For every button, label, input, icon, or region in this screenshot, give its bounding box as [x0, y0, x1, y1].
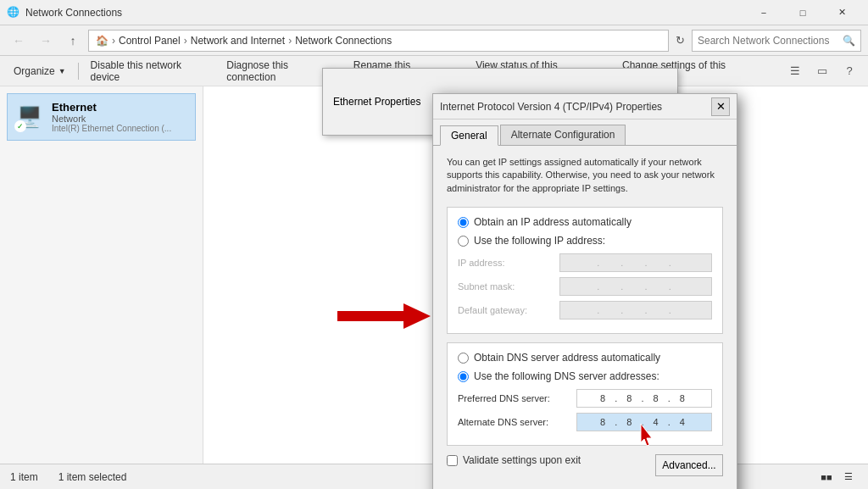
dialog-title-bar: Internet Protocol Version 4 (TCP/IPv4) P…: [433, 94, 737, 119]
default-gateway-row: Default gateway: . . . .: [458, 301, 712, 320]
tcpip-properties-dialog: Internet Protocol Version 4 (TCP/IPv4) P…: [432, 93, 737, 489]
tab-general[interactable]: General: [440, 125, 498, 146]
view-mode-buttons: ■■ ☰: [817, 468, 858, 486]
default-gateway-label: Default gateway:: [458, 305, 559, 315]
auto-ip-radio-row: Obtain an IP address automatically: [458, 216, 712, 228]
path-icon: 🏠: [96, 35, 108, 47]
dns-section: Obtain DNS server address automatically …: [447, 342, 723, 446]
address-path[interactable]: 🏠 › Control Panel › Network and Internet…: [88, 30, 669, 52]
connection-description: Intel(R) Ethernet Connection (...: [52, 124, 188, 133]
ok-cursor-arrow: [637, 424, 658, 452]
search-box[interactable]: 🔍: [692, 30, 861, 52]
auto-dns-label: Obtain DNS server address automatically: [474, 352, 660, 364]
list-view-button[interactable]: ☰: [839, 468, 858, 486]
window-title: Network Connections: [25, 7, 744, 19]
manual-ip-label: Use the following IP address:: [474, 235, 605, 247]
forward-button[interactable]: →: [34, 29, 58, 53]
manual-ip-radio-row: Use the following IP address:: [458, 235, 712, 247]
preferred-dns-row: Preferred DNS server: 8 . 8 . 8 . 8: [458, 389, 712, 408]
preferred-dns-label: Preferred DNS server:: [458, 393, 576, 403]
validate-label: Validate settings upon exit: [463, 454, 581, 466]
view-options-button[interactable]: ☰: [783, 59, 807, 83]
subnet-mask-label: Subnet mask:: [458, 281, 559, 292]
validate-row: Validate settings upon exit: [447, 454, 581, 466]
large-icons-button[interactable]: ■■: [817, 468, 836, 486]
disable-button[interactable]: Disable this network device: [84, 59, 219, 83]
preferred-dns-input[interactable]: 8 . 8 . 8 . 8: [576, 389, 712, 408]
toolbar-right: ☰ ▭ ?: [783, 59, 861, 83]
check-badge: ✓: [14, 120, 26, 132]
alternate-dns-row: Alternate DNS server: 8 . 8 . 4 . 4: [458, 413, 712, 431]
item-count: 1 item: [10, 471, 38, 483]
toolbar-separator-1: [78, 63, 79, 80]
advanced-button[interactable]: Advanced...: [655, 454, 723, 476]
subnet-mask-row: Subnet mask: . . . .: [458, 277, 712, 296]
tab-alternate-configuration[interactable]: Alternate Configuration: [500, 125, 626, 145]
manual-dns-radio[interactable]: [458, 371, 469, 382]
subnet-mask-input[interactable]: . . . .: [559, 277, 712, 296]
path-network-connections: Network Connections: [295, 35, 392, 47]
refresh-button[interactable]: ↻: [672, 32, 688, 48]
manual-dns-label: Use the following DNS server addresses:: [474, 370, 659, 382]
svg-marker-0: [337, 303, 431, 329]
item-selected: 1 item selected: [58, 471, 127, 483]
connection-name: Ethernet: [52, 101, 188, 114]
help-button[interactable]: ?: [837, 59, 861, 83]
auto-ip-radio[interactable]: [458, 217, 469, 228]
connection-type: Network: [52, 114, 188, 124]
ip-section: Obtain an IP address automatically Use t…: [447, 207, 723, 334]
alternate-dns-label: Alternate DNS server:: [458, 417, 576, 427]
ip-address-row: IP address: . . . .: [458, 253, 712, 272]
pane-button[interactable]: ▭: [810, 59, 834, 83]
connection-info: Ethernet Network Intel(R) Ethernet Conne…: [52, 101, 188, 133]
ip-address-label: IP address:: [458, 258, 559, 268]
window-icon: 🌐: [7, 6, 20, 19]
search-icon: 🔍: [843, 35, 855, 47]
close-button[interactable]: ✕: [822, 0, 861, 25]
search-input[interactable]: [698, 35, 843, 47]
dialog-body: You can get IP settings assigned automat…: [433, 146, 737, 489]
ethernet-connection-item[interactable]: 🖥️ ✓ Ethernet Network Intel(R) Ethernet …: [7, 93, 196, 141]
up-button[interactable]: ↑: [61, 29, 85, 53]
organize-button[interactable]: Organize ▼: [7, 59, 73, 83]
auto-dns-radio-row: Obtain DNS server address automatically: [458, 352, 712, 364]
default-gateway-input[interactable]: . . . .: [559, 301, 712, 320]
bg-dialog-title: Ethernet Properties: [333, 96, 420, 108]
minimize-button[interactable]: −: [744, 0, 783, 25]
title-bar: 🌐 Network Connections − □ ✕: [0, 0, 868, 25]
manual-dns-radio-row: Use the following DNS server addresses:: [458, 370, 712, 382]
nav-panel: 🖥️ ✓ Ethernet Network Intel(R) Ethernet …: [0, 86, 203, 464]
manual-ip-radio[interactable]: [458, 236, 469, 247]
dialog-description: You can get IP settings assigned automat…: [447, 156, 723, 195]
back-button[interactable]: ←: [7, 29, 31, 53]
dialog-tabs: General Alternate Configuration: [433, 119, 737, 146]
auto-dns-radio[interactable]: [458, 353, 469, 364]
dialog-title-text: Internet Protocol Version 4 (TCP/IPv4) P…: [440, 101, 711, 113]
address-bar: ← → ↑ 🏠 › Control Panel › Network and In…: [0, 25, 868, 56]
red-arrow: [337, 303, 431, 329]
window-controls: − □ ✕: [744, 0, 861, 25]
auto-ip-label: Obtain an IP address automatically: [474, 216, 632, 228]
ethernet-icon-container: 🖥️ ✓: [14, 102, 45, 132]
ip-address-input[interactable]: . . . .: [559, 253, 712, 272]
path-control-panel: Control Panel: [119, 35, 181, 47]
dialog-close-button[interactable]: ✕: [711, 97, 730, 116]
maximize-button[interactable]: □: [783, 0, 822, 25]
path-network-internet: Network and Internet: [191, 35, 285, 47]
validate-checkbox[interactable]: [447, 455, 458, 466]
svg-marker-1: [641, 424, 652, 446]
